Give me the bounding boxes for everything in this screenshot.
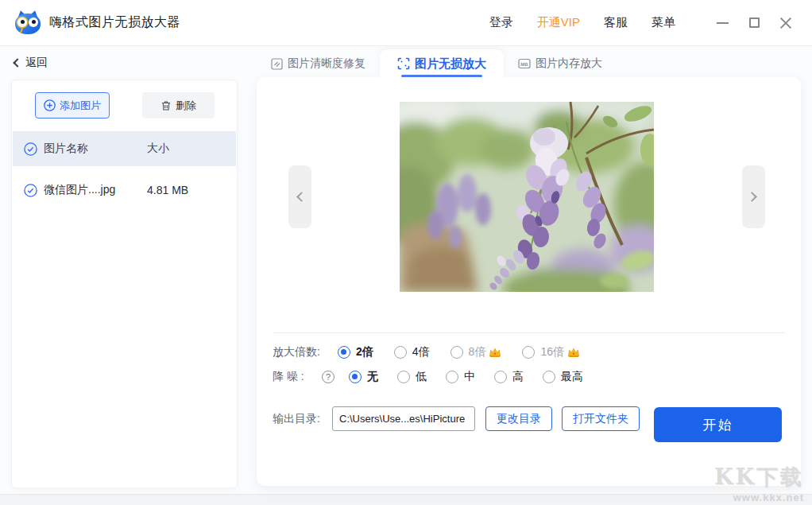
radio-icon xyxy=(446,371,458,383)
radio-scale-4x[interactable]: 4倍 xyxy=(394,345,430,359)
open-vip-button[interactable]: 开通VIP xyxy=(537,15,580,30)
add-image-button[interactable]: 添加图片 xyxy=(35,92,110,118)
chevron-left-icon xyxy=(13,58,21,67)
add-image-label: 添加图片 xyxy=(60,99,101,113)
tab-label: 图片清晰度修复 xyxy=(288,56,365,71)
radio-icon xyxy=(397,371,410,383)
chevron-right-icon xyxy=(747,192,757,202)
radio-noise-medium[interactable]: 中 xyxy=(446,370,475,384)
row-checkbox[interactable] xyxy=(24,184,37,197)
scale-radio-group: 2倍 4倍 8倍 16倍 xyxy=(338,345,601,359)
radio-noise-none[interactable]: 无 xyxy=(349,370,378,384)
column-header-name: 图片名称 xyxy=(44,142,147,156)
start-button[interactable]: 开始 xyxy=(654,407,782,442)
file-name: 微信图片....jpg xyxy=(44,183,147,197)
tab-label: 图片内存放大 xyxy=(536,56,602,71)
file-list-panel: 添加图片 删除 图片名称 大小 微信图片....jpg 4.81 MB xyxy=(11,80,238,488)
tab-label: 图片无损放大 xyxy=(415,56,486,72)
check-circle-icon xyxy=(24,142,37,156)
maximize-button[interactable] xyxy=(742,11,766,35)
settings-divider xyxy=(273,332,785,333)
question-circle-icon[interactable]: ? xyxy=(322,371,334,383)
radio-icon xyxy=(543,371,555,383)
tab-memory-enlarge[interactable]: MB 图片内存放大 xyxy=(504,49,617,78)
trash-icon xyxy=(160,100,172,111)
title-bar: 嗨格式图片无损放大器 登录 开通VIP 客服 菜单 xyxy=(0,0,812,46)
output-directory-row: 输出目录: 更改目录 打开文件夹 xyxy=(273,406,649,431)
select-all-checkbox[interactable] xyxy=(24,142,37,156)
vip-crown-icon xyxy=(567,348,580,358)
back-label: 返回 xyxy=(25,56,48,70)
minimize-icon xyxy=(717,22,729,24)
window-bottom-strip xyxy=(0,494,812,505)
denoise-radio-group: 无 低 中 高 最高 xyxy=(349,370,604,384)
app-title: 嗨格式图片无损放大器 xyxy=(49,14,180,31)
radio-icon xyxy=(522,346,535,359)
svg-text:MB: MB xyxy=(520,62,528,67)
file-list-row[interactable]: 微信图片....jpg 4.81 MB xyxy=(13,174,236,206)
file-list-header: 图片名称 大小 xyxy=(13,131,236,166)
tab-clarity-repair[interactable]: 图片清晰度修复 xyxy=(257,49,380,78)
tab-lossless-enlarge[interactable]: 图片无损放大 xyxy=(380,49,504,78)
output-label: 输出目录: xyxy=(273,412,332,426)
app-logo-owl-icon xyxy=(14,10,41,36)
close-button[interactable] xyxy=(774,11,798,35)
radio-noise-highest[interactable]: 最高 xyxy=(543,370,583,384)
denoise-label: 降 噪 : xyxy=(273,370,320,384)
preview-image xyxy=(400,102,654,292)
radio-icon xyxy=(338,346,350,359)
file-size: 4.81 MB xyxy=(147,184,188,196)
radio-noise-high[interactable]: 高 xyxy=(494,370,524,384)
feature-tabs: 图片清晰度修复 图片无损放大 MB 图片内存放大 xyxy=(257,49,617,78)
scale-multiplier-row: 放大倍数: 2倍 4倍 8倍 16倍 xyxy=(273,345,601,359)
column-header-size: 大小 xyxy=(147,142,169,156)
scale-label: 放大倍数: xyxy=(273,345,338,359)
close-icon xyxy=(779,17,792,29)
radio-icon xyxy=(394,346,407,359)
login-button[interactable]: 登录 xyxy=(489,15,513,30)
maximize-icon xyxy=(749,17,760,28)
chevron-left-icon xyxy=(296,192,307,202)
radio-scale-2x[interactable]: 2倍 xyxy=(338,345,373,359)
back-button[interactable]: 返回 xyxy=(14,56,48,70)
vip-crown-icon xyxy=(489,348,501,358)
customer-service-button[interactable]: 客服 xyxy=(604,15,628,30)
output-path-input[interactable] xyxy=(332,406,475,431)
denoise-row: 降 噪 : ? 无 低 中 高 最高 xyxy=(273,370,604,384)
next-image-button[interactable] xyxy=(742,165,765,228)
expand-corners-icon xyxy=(397,57,410,70)
previous-image-button[interactable] xyxy=(288,165,311,228)
menu-button[interactable]: 菜单 xyxy=(652,15,675,30)
minimize-button[interactable] xyxy=(710,11,734,35)
delete-button[interactable]: 删除 xyxy=(142,92,215,118)
mb-badge-icon: MB xyxy=(518,58,531,69)
radio-noise-low[interactable]: 低 xyxy=(397,370,427,384)
radio-scale-16x[interactable]: 16倍 xyxy=(522,345,580,359)
delete-label: 删除 xyxy=(176,99,196,113)
radio-scale-8x[interactable]: 8倍 xyxy=(450,345,502,359)
open-folder-button[interactable]: 打开文件夹 xyxy=(562,406,640,431)
enlarge-workspace-panel: 放大倍数: 2倍 4倍 8倍 16倍 降 噪 : ? xyxy=(257,77,801,486)
check-circle-icon xyxy=(24,184,37,197)
radio-icon xyxy=(494,371,507,383)
radio-icon xyxy=(450,346,463,359)
plus-circle-icon xyxy=(44,99,56,111)
change-directory-button[interactable]: 更改目录 xyxy=(485,406,552,431)
radio-icon xyxy=(349,371,362,383)
active-tab-underline xyxy=(401,75,482,77)
square-slashes-icon xyxy=(271,58,283,70)
